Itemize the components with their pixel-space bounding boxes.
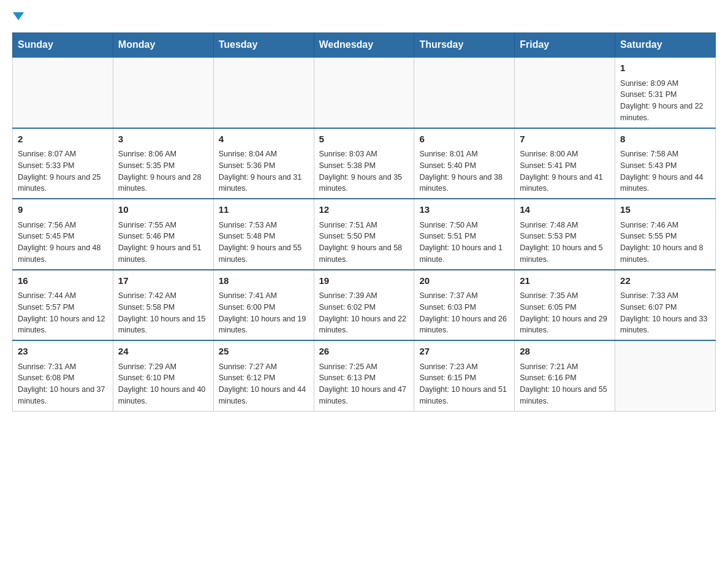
calendar-day <box>414 57 515 128</box>
day-number: 9 <box>18 203 108 217</box>
day-info: Sunrise: 7:55 AMSunset: 5:46 PMDaylight:… <box>118 220 208 266</box>
calendar-day: 24Sunrise: 7:29 AMSunset: 6:10 PMDayligh… <box>113 340 213 411</box>
calendar-day: 1Sunrise: 8:09 AMSunset: 5:31 PMDaylight… <box>615 57 716 128</box>
calendar-table: SundayMondayTuesdayWednesdayThursdayFrid… <box>12 33 716 412</box>
day-info: Sunrise: 7:56 AMSunset: 5:45 PMDaylight:… <box>18 220 108 266</box>
day-info: Sunrise: 8:09 AMSunset: 5:31 PMDaylight:… <box>620 78 710 124</box>
day-info: Sunrise: 7:39 AMSunset: 6:02 PMDaylight:… <box>319 290 409 336</box>
weekday-header-thursday: Thursday <box>414 33 515 58</box>
day-number: 16 <box>18 274 108 288</box>
day-number: 8 <box>620 132 710 147</box>
day-number: 25 <box>219 345 309 359</box>
day-info: Sunrise: 8:00 AMSunset: 5:41 PMDaylight:… <box>520 148 610 194</box>
day-info: Sunrise: 7:23 AMSunset: 6:15 PMDaylight:… <box>419 361 509 407</box>
week-row-4: 16Sunrise: 7:44 AMSunset: 5:57 PMDayligh… <box>13 270 716 341</box>
logo-triangle-icon <box>13 12 24 20</box>
weekday-header-monday: Monday <box>113 33 213 58</box>
day-info: Sunrise: 7:51 AMSunset: 5:50 PMDaylight:… <box>319 220 409 266</box>
week-row-1: 1Sunrise: 8:09 AMSunset: 5:31 PMDaylight… <box>13 57 716 128</box>
calendar-day: 27Sunrise: 7:23 AMSunset: 6:15 PMDayligh… <box>414 340 515 411</box>
day-info: Sunrise: 7:48 AMSunset: 5:53 PMDaylight:… <box>520 220 610 266</box>
calendar-day: 6Sunrise: 8:01 AMSunset: 5:40 PMDaylight… <box>414 128 515 199</box>
day-info: Sunrise: 7:25 AMSunset: 6:13 PMDaylight:… <box>319 361 409 407</box>
calendar-day: 15Sunrise: 7:46 AMSunset: 5:55 PMDayligh… <box>615 199 716 270</box>
logo <box>12 12 24 20</box>
day-info: Sunrise: 8:06 AMSunset: 5:35 PMDaylight:… <box>118 148 208 194</box>
day-number: 17 <box>118 274 208 288</box>
day-info: Sunrise: 7:31 AMSunset: 6:08 PMDaylight:… <box>18 361 108 407</box>
calendar-day: 13Sunrise: 7:50 AMSunset: 5:51 PMDayligh… <box>414 199 515 270</box>
day-number: 3 <box>118 132 208 147</box>
day-number: 1 <box>620 61 710 75</box>
page-header <box>12 12 716 20</box>
calendar-day: 5Sunrise: 8:03 AMSunset: 5:38 PMDaylight… <box>314 128 414 199</box>
calendar-day <box>515 57 615 128</box>
calendar-day <box>113 57 213 128</box>
calendar-day: 25Sunrise: 7:27 AMSunset: 6:12 PMDayligh… <box>213 340 314 411</box>
calendar-day: 17Sunrise: 7:42 AMSunset: 5:58 PMDayligh… <box>113 270 213 341</box>
calendar-day: 23Sunrise: 7:31 AMSunset: 6:08 PMDayligh… <box>13 340 113 411</box>
day-number: 2 <box>18 132 108 147</box>
day-info: Sunrise: 7:53 AMSunset: 5:48 PMDaylight:… <box>219 220 309 266</box>
calendar-day: 9Sunrise: 7:56 AMSunset: 5:45 PMDaylight… <box>13 199 113 270</box>
calendar-day: 7Sunrise: 8:00 AMSunset: 5:41 PMDaylight… <box>515 128 615 199</box>
weekday-header-saturday: Saturday <box>615 33 716 58</box>
calendar-day: 18Sunrise: 7:41 AMSunset: 6:00 PMDayligh… <box>213 270 314 341</box>
day-number: 6 <box>419 132 509 147</box>
day-number: 20 <box>419 274 509 288</box>
day-info: Sunrise: 7:58 AMSunset: 5:43 PMDaylight:… <box>620 148 710 194</box>
calendar-day <box>13 57 113 128</box>
calendar-day: 20Sunrise: 7:37 AMSunset: 6:03 PMDayligh… <box>414 270 515 341</box>
day-number: 5 <box>319 132 409 147</box>
day-number: 19 <box>319 274 409 288</box>
day-info: Sunrise: 7:37 AMSunset: 6:03 PMDaylight:… <box>419 290 509 336</box>
day-number: 23 <box>18 345 108 359</box>
day-info: Sunrise: 8:04 AMSunset: 5:36 PMDaylight:… <box>219 148 309 194</box>
calendar-day: 19Sunrise: 7:39 AMSunset: 6:02 PMDayligh… <box>314 270 414 341</box>
calendar-day: 26Sunrise: 7:25 AMSunset: 6:13 PMDayligh… <box>314 340 414 411</box>
day-info: Sunrise: 7:27 AMSunset: 6:12 PMDaylight:… <box>219 361 309 407</box>
day-number: 10 <box>118 203 208 217</box>
calendar-day <box>615 340 716 411</box>
calendar-day: 2Sunrise: 8:07 AMSunset: 5:33 PMDaylight… <box>13 128 113 199</box>
day-number: 26 <box>319 345 409 359</box>
day-number: 18 <box>219 274 309 288</box>
calendar-day: 16Sunrise: 7:44 AMSunset: 5:57 PMDayligh… <box>13 270 113 341</box>
calendar-day: 8Sunrise: 7:58 AMSunset: 5:43 PMDaylight… <box>615 128 716 199</box>
day-info: Sunrise: 7:44 AMSunset: 5:57 PMDaylight:… <box>18 290 108 336</box>
day-info: Sunrise: 7:42 AMSunset: 5:58 PMDaylight:… <box>118 290 208 336</box>
day-info: Sunrise: 7:35 AMSunset: 6:05 PMDaylight:… <box>520 290 610 336</box>
day-info: Sunrise: 8:03 AMSunset: 5:38 PMDaylight:… <box>319 148 409 194</box>
calendar-day <box>213 57 314 128</box>
calendar-day: 3Sunrise: 8:06 AMSunset: 5:35 PMDaylight… <box>113 128 213 199</box>
calendar-day: 22Sunrise: 7:33 AMSunset: 6:07 PMDayligh… <box>615 270 716 341</box>
day-number: 4 <box>219 132 309 147</box>
day-info: Sunrise: 7:33 AMSunset: 6:07 PMDaylight:… <box>620 290 710 336</box>
day-number: 11 <box>219 203 309 217</box>
day-number: 12 <box>319 203 409 217</box>
day-info: Sunrise: 7:29 AMSunset: 6:10 PMDaylight:… <box>118 361 208 407</box>
calendar-day <box>314 57 414 128</box>
calendar-day: 14Sunrise: 7:48 AMSunset: 5:53 PMDayligh… <box>515 199 615 270</box>
day-number: 27 <box>419 345 509 359</box>
day-number: 13 <box>419 203 509 217</box>
day-number: 22 <box>620 274 710 288</box>
weekday-header-friday: Friday <box>515 33 615 58</box>
day-number: 14 <box>520 203 610 217</box>
day-info: Sunrise: 7:41 AMSunset: 6:00 PMDaylight:… <box>219 290 309 336</box>
weekday-header-wednesday: Wednesday <box>314 33 414 58</box>
day-number: 28 <box>520 345 610 359</box>
calendar-day: 11Sunrise: 7:53 AMSunset: 5:48 PMDayligh… <box>213 199 314 270</box>
day-info: Sunrise: 8:01 AMSunset: 5:40 PMDaylight:… <box>419 148 509 194</box>
calendar-day: 21Sunrise: 7:35 AMSunset: 6:05 PMDayligh… <box>515 270 615 341</box>
calendar-day: 12Sunrise: 7:51 AMSunset: 5:50 PMDayligh… <box>314 199 414 270</box>
calendar-day: 4Sunrise: 8:04 AMSunset: 5:36 PMDaylight… <box>213 128 314 199</box>
day-number: 21 <box>520 274 610 288</box>
week-row-5: 23Sunrise: 7:31 AMSunset: 6:08 PMDayligh… <box>13 340 716 411</box>
calendar-day: 28Sunrise: 7:21 AMSunset: 6:16 PMDayligh… <box>515 340 615 411</box>
week-row-3: 9Sunrise: 7:56 AMSunset: 5:45 PMDaylight… <box>13 199 716 270</box>
day-info: Sunrise: 7:21 AMSunset: 6:16 PMDaylight:… <box>520 361 610 407</box>
day-number: 7 <box>520 132 610 147</box>
day-number: 24 <box>118 345 208 359</box>
weekday-header-tuesday: Tuesday <box>213 33 314 58</box>
